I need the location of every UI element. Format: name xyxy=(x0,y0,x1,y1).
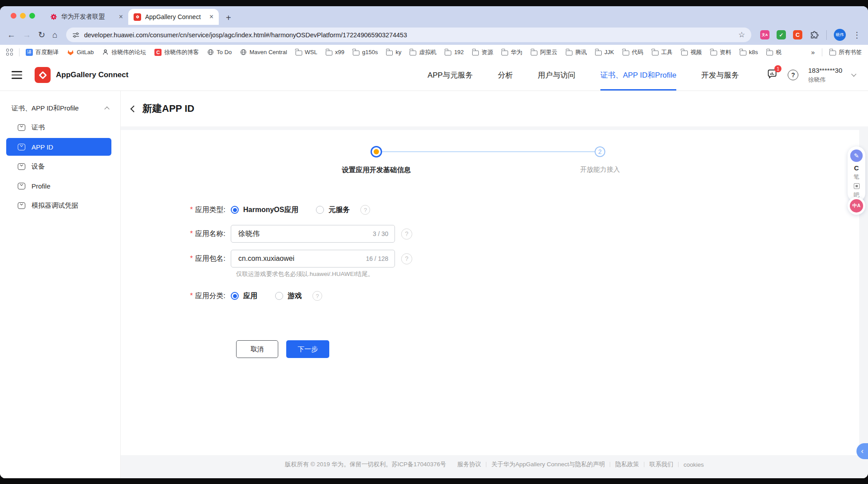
app-name-field-box: 3 / 30 xyxy=(231,225,395,243)
folder-icon xyxy=(566,51,572,55)
bookmark-folder[interactable]: 工具 xyxy=(652,48,673,56)
bookmark-item[interactable]: To Do xyxy=(207,49,232,55)
bookmark-folder[interactable]: 阿里云 xyxy=(531,48,557,56)
bookmark-item[interactable]: C徐晓伟的博客 xyxy=(154,48,199,56)
app-type-help-icon[interactable]: ? xyxy=(360,205,370,215)
bookmark-item[interactable]: GitLab xyxy=(67,49,94,56)
sidebar-item-certificates[interactable]: 证书 xyxy=(6,118,111,136)
extensions-puzzle-icon[interactable] xyxy=(809,30,819,40)
site-settings-icon[interactable] xyxy=(72,31,79,39)
tab-appgallery-connect[interactable]: AppGallery Connect × xyxy=(128,9,219,25)
back-icon[interactable]: ← xyxy=(7,31,16,39)
forward-icon[interactable]: → xyxy=(23,31,31,39)
help-icon[interactable]: ? xyxy=(788,70,798,80)
sidebar-item-profile[interactable]: Profile xyxy=(6,177,111,195)
bookmark-folder[interactable]: WSL xyxy=(296,49,317,55)
floating-translate-button[interactable]: 中A xyxy=(848,197,865,215)
bookmark-star-icon[interactable]: ☆ xyxy=(738,30,745,39)
radio-atomic-service[interactable] xyxy=(316,206,324,214)
footer-link-privacy-statement[interactable]: 关于华为AppGallery Connect与隐私的声明 xyxy=(491,460,605,468)
new-tab-button[interactable]: + xyxy=(226,13,231,22)
bookmark-folder[interactable]: 192 xyxy=(445,49,464,55)
hamburger-menu-icon[interactable] xyxy=(12,71,22,79)
browser-menu-icon[interactable]: ⋮ xyxy=(853,30,861,40)
bookmark-folder[interactable]: ky xyxy=(386,49,401,55)
translate-extension-icon[interactable]: 文A xyxy=(760,30,769,39)
form-row-app-name: *应用名称: 3 / 30 ? xyxy=(121,225,859,243)
close-tab-icon[interactable]: × xyxy=(209,13,213,20)
nav-app-services[interactable]: APP与元服务 xyxy=(428,59,473,91)
notification-bubble-icon[interactable]: 1 xyxy=(766,68,778,82)
user-menu[interactable]: 183******30 徐晓伟 xyxy=(808,67,842,83)
tab-huawei-developer[interactable]: 华为开发者联盟 × xyxy=(45,9,128,25)
radio-category-app-label[interactable]: 应用 xyxy=(243,291,257,301)
bookmark-item[interactable]: 译百度翻译 xyxy=(26,48,59,56)
sidebar-item-emulator-credentials[interactable]: 模拟器调试凭据 xyxy=(6,197,111,214)
sidebar-item-appid[interactable]: APP ID xyxy=(6,138,111,156)
radio-harmonyos-app-label[interactable]: HarmonyOS应用 xyxy=(243,205,298,215)
footer-link-terms[interactable]: 服务协议 xyxy=(457,460,481,468)
bookmark-folder[interactable]: 税 xyxy=(766,48,781,56)
globe-icon xyxy=(207,49,214,55)
note-icon[interactable]: ✎ xyxy=(850,150,863,162)
qr-code-icon[interactable] xyxy=(854,183,860,189)
bag-icon xyxy=(18,202,25,209)
all-bookmarks-folder[interactable]: 所有书签 xyxy=(829,48,862,56)
footer-link-privacy-policy[interactable]: 隐私政策 xyxy=(615,460,639,468)
reload-icon[interactable]: ↻ xyxy=(38,31,45,39)
close-tab-icon[interactable]: × xyxy=(119,13,123,20)
folder-icon xyxy=(501,51,508,55)
bookmarks-overflow-icon[interactable]: » xyxy=(811,48,815,56)
radio-category-app[interactable] xyxy=(231,292,239,300)
bookmark-folder[interactable]: x99 xyxy=(326,49,344,55)
back-chevron-icon[interactable] xyxy=(130,105,138,112)
form-card: 2 设置应用开发基础信息 开放能力接入 *应用类型: HarmonyOS应用 元… xyxy=(121,130,859,455)
bookmark-folder[interactable]: 代码 xyxy=(623,48,643,56)
nav-develop-services[interactable]: 开发与服务 xyxy=(701,59,739,91)
bookmark-folder[interactable]: 资料 xyxy=(710,48,731,56)
bookmark-folder[interactable]: 视频 xyxy=(681,48,702,56)
bookmark-folder[interactable]: 虚拟机 xyxy=(410,48,436,56)
float-pen-char[interactable]: 笔 xyxy=(854,174,860,180)
bookmark-folder[interactable]: 腾讯 xyxy=(566,48,587,56)
next-step-button[interactable]: 下一步 xyxy=(286,340,329,358)
radio-harmonyos-app[interactable] xyxy=(231,206,239,214)
bookmark-item[interactable]: 徐晓伟的论坛 xyxy=(102,48,146,56)
footer-link-contact[interactable]: 联系我们 xyxy=(649,460,673,468)
bookmark-folder[interactable]: 华为 xyxy=(501,48,522,56)
bookmark-folder[interactable]: JJK xyxy=(595,49,614,55)
nav-users-access[interactable]: 用户与访问 xyxy=(538,59,576,91)
close-window-button[interactable] xyxy=(11,13,16,19)
sidebar-item-devices[interactable]: 设备 xyxy=(6,157,111,175)
profile-avatar[interactable]: 晓伟 xyxy=(834,29,846,41)
agc-logo[interactable] xyxy=(35,67,51,83)
radio-category-game[interactable] xyxy=(275,292,283,300)
bookmark-folder[interactable]: 资源 xyxy=(472,48,493,56)
package-name-help-icon[interactable]: ? xyxy=(401,253,412,264)
floating-extension-pill: ✎ C 笔 吧 xyxy=(848,146,865,202)
apps-grid-icon[interactable] xyxy=(6,49,13,55)
package-name-input[interactable] xyxy=(237,254,361,263)
float-c-icon[interactable]: C xyxy=(854,164,859,172)
cancel-button[interactable]: 取消 xyxy=(236,340,278,358)
radio-atomic-service-label[interactable]: 元服务 xyxy=(328,205,350,215)
address-bar[interactable]: developer.huawei.com/consumer/cn/service… xyxy=(66,28,751,42)
home-icon[interactable]: ⌂ xyxy=(52,31,57,39)
chevron-up-icon xyxy=(104,106,109,111)
fullscreen-window-button[interactable] xyxy=(29,13,35,19)
sidebar-section-title[interactable]: 证书、APP ID和Profile xyxy=(0,100,120,117)
bookmark-folder[interactable]: g150s xyxy=(353,49,378,55)
app-name-help-icon[interactable]: ? xyxy=(401,228,412,240)
app-name-input[interactable] xyxy=(237,229,368,238)
bookmark-item[interactable]: Maven Central xyxy=(240,49,287,55)
category-help-icon[interactable]: ? xyxy=(312,291,322,301)
c-extension-icon[interactable]: C xyxy=(793,30,802,39)
nav-certificates-appid-profile[interactable]: 证书、APP ID和Profile xyxy=(600,59,677,91)
radio-category-game-label[interactable]: 游戏 xyxy=(288,291,302,301)
footer-link-cookies[interactable]: cookies xyxy=(683,461,704,468)
minimize-window-button[interactable] xyxy=(20,13,26,19)
shield-extension-icon[interactable]: ✓ xyxy=(777,30,786,39)
bookmark-folder[interactable]: k8s xyxy=(740,49,758,55)
nav-analytics[interactable]: 分析 xyxy=(498,59,513,91)
translate-icon: 中A xyxy=(850,199,863,212)
